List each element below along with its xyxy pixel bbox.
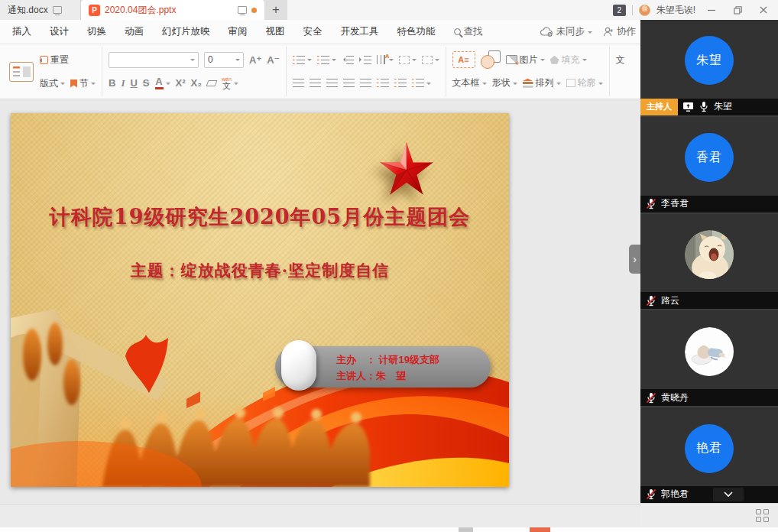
participant-tile-luyun[interactable]: 路云 <box>640 214 778 310</box>
menu-review[interactable]: 审阅 <box>219 20 257 44</box>
shape-big-button[interactable] <box>481 50 501 69</box>
collapse-participants-button[interactable] <box>713 488 744 501</box>
row-spacing-button[interactable] <box>377 79 389 87</box>
shapes-icon <box>481 50 501 69</box>
picture-button[interactable]: 图片 <box>506 54 545 66</box>
section-button[interactable]: 节 <box>70 77 96 90</box>
char-spacing-icon <box>422 56 433 64</box>
fill-button[interactable]: 填充 <box>550 54 587 66</box>
menu-transitions[interactable]: 切换 <box>78 20 115 44</box>
titlebar: 通知.docx P 2020.04团会.pptx + 2 朱望毛诶! <box>0 0 778 20</box>
bullet-list-icon <box>293 56 305 64</box>
menu-features[interactable]: 特色功能 <box>388 20 445 44</box>
picture-icon <box>506 55 517 64</box>
strikethrough-button[interactable]: S <box>143 77 150 89</box>
menu-animation[interactable]: 动画 <box>115 20 153 44</box>
shrink-font-button[interactable]: A⁻ <box>267 54 279 66</box>
chevron-down-icon <box>166 83 170 87</box>
grow-font-button[interactable]: A⁺ <box>249 54 261 66</box>
participant-name: 李香君 <box>661 197 689 210</box>
slide-title-text[interactable]: 计科院19级研究生2020年05月份主题团会 <box>11 203 509 231</box>
superscript-button[interactable]: X² <box>176 77 186 89</box>
tab-notice-docx[interactable]: 通知.docx <box>0 0 81 20</box>
phonetic-guide-button[interactable]: wén 文 <box>222 76 238 90</box>
font-family-select[interactable] <box>109 52 199 68</box>
textbox-icon: A≡ <box>452 51 475 68</box>
participant-tile-lixiangjun[interactable]: 香君 李香君 <box>640 117 778 212</box>
font-color-button[interactable]: A <box>155 76 170 89</box>
toolbar-group-paragraph <box>287 47 446 96</box>
wps-presentation-window: 通知.docx P 2020.04团会.pptx + 2 朱望毛诶! <box>0 0 778 532</box>
numbered-list-button[interactable] <box>317 56 336 64</box>
layout-button[interactable]: 版式 <box>40 77 65 90</box>
sync-status-button[interactable]: 未同步 <box>540 25 593 38</box>
revolution-artwork <box>11 307 509 487</box>
toolbar-group-font: 0 A⁺ A⁻ B I U S A X² X₂ <box>102 47 287 96</box>
reset-button[interactable]: 重置 <box>40 54 69 66</box>
tab-meeting-pptx[interactable]: P 2020.04团会.pptx <box>81 0 264 20</box>
bold-button[interactable]: B <box>109 77 115 89</box>
slide-subtitle-text[interactable]: 主题：绽放战役青春·坚定制度自信 <box>11 260 509 281</box>
minimize-button[interactable] <box>702 2 721 18</box>
screen-share-icon <box>682 102 694 112</box>
align-right-button[interactable] <box>326 79 338 87</box>
menu-insert[interactable]: 插入 <box>3 20 41 44</box>
bullet-list-button[interactable] <box>293 56 312 64</box>
collaborate-button[interactable]: 协作 <box>603 25 636 38</box>
slide-canvas[interactable]: 计科院19级研究生2020年05月份主题团会 主题：绽放战役青春·坚定制度自信 <box>11 113 509 487</box>
menu-security[interactable]: 安全 <box>294 20 332 44</box>
font-size-select[interactable]: 0 <box>204 52 244 68</box>
align-center-button[interactable] <box>310 79 321 87</box>
new-tab-button[interactable]: + <box>264 0 287 20</box>
subscript-button[interactable]: X₂ <box>191 77 202 89</box>
textbox-big-button[interactable]: A≡ <box>452 51 475 68</box>
taskbar-item[interactable] <box>459 527 473 532</box>
participant-tile-guoyanjun[interactable]: 艳君 郭艳君 <box>640 407 778 503</box>
text-direction-button[interactable] <box>377 55 394 64</box>
chevron-down-icon <box>582 59 587 63</box>
column-spacing-button[interactable] <box>394 79 407 87</box>
organizer-info-card[interactable]: 主办 ： 计研19级支部 主讲人：朱 望 <box>275 346 491 388</box>
user-avatar-icon[interactable] <box>639 5 650 16</box>
font-color-icon: A <box>155 76 164 89</box>
line-spacing-button[interactable] <box>412 79 431 87</box>
mouse-shape-graphic <box>281 340 316 391</box>
taskbar-edge <box>0 527 778 532</box>
decrease-indent-button[interactable] <box>342 56 354 64</box>
textbox-button[interactable]: 文本框 <box>452 76 487 89</box>
menu-view[interactable]: 视图 <box>257 20 294 44</box>
participant-tile-zhuwang[interactable]: 朱望 主持人 朱望 <box>640 20 778 115</box>
divider <box>632 5 633 15</box>
distribute-button[interactable] <box>360 79 371 87</box>
arrange-layers-icon <box>523 79 533 88</box>
taskbar-item[interactable] <box>530 527 550 532</box>
justify-button[interactable] <box>343 79 355 87</box>
eraser-icon <box>206 80 218 86</box>
italic-button[interactable]: I <box>121 77 125 89</box>
titlebar-spacer <box>287 0 605 20</box>
close-button[interactable] <box>754 2 773 18</box>
menu-devtools[interactable]: 开发工具 <box>332 20 388 44</box>
outline-button[interactable]: 轮廓 <box>566 76 603 89</box>
menu-slideshow[interactable]: 幻灯片放映 <box>153 20 219 44</box>
placeholder-button[interactable] <box>399 56 417 64</box>
char-spacing-button[interactable] <box>422 56 439 64</box>
find-button[interactable]: 查找 <box>445 25 492 38</box>
open-docs-badge[interactable]: 2 <box>613 5 626 16</box>
shapes-button[interactable]: 形状 <box>492 76 517 89</box>
align-left-button[interactable] <box>293 79 304 87</box>
slide-layout-icon[interactable] <box>9 62 34 82</box>
arrange-button[interactable]: 排列 <box>523 76 561 89</box>
participant-tile-huangxiaodan[interactable]: 黄晓丹 <box>640 310 778 406</box>
menu-design[interactable]: 设计 <box>41 20 78 44</box>
section-icon <box>70 79 77 88</box>
expand-panel-button[interactable]: › <box>629 245 640 274</box>
toolbar-group-insert: A≡ 图片 填充 文本框 形状 排列 轮廓 <box>446 47 610 96</box>
gallery-view-button[interactable] <box>756 509 769 522</box>
clear-format-button[interactable] <box>207 80 216 86</box>
chevron-down-icon <box>482 83 487 87</box>
chevron-down-icon <box>332 59 336 63</box>
increase-indent-button[interactable] <box>359 56 371 64</box>
underline-button[interactable]: U <box>130 77 137 89</box>
restore-button[interactable] <box>728 2 747 18</box>
